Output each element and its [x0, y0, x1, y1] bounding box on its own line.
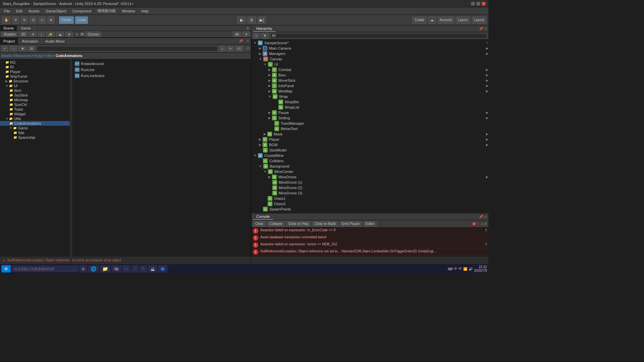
h-item-minedrone1[interactable]: M MineDrone (1) [252, 180, 488, 185]
show-in-explorer-button[interactable]: → [9, 46, 17, 52]
console-errorpause-button[interactable]: Error Pause [339, 221, 362, 227]
h-item-canvas[interactable]: ▼ □ Canvas [252, 56, 488, 62]
h-item-sizemodel[interactable]: S SizeModel [252, 147, 488, 153]
menu-edit[interactable]: Edit [13, 8, 25, 14]
hierarchy-add-button[interactable]: + [253, 33, 260, 39]
add-folder-button[interactable]: + [1, 46, 8, 52]
console-pin[interactable]: 📌 [478, 214, 484, 219]
tool-rotate[interactable]: ↻ [21, 16, 28, 24]
layout-button[interactable]: Layout [472, 16, 486, 24]
project-menu[interactable]: ≡ [245, 39, 251, 44]
file-runlineactive[interactable]: C# RunLineActive [73, 73, 250, 79]
breadcrumb-utils[interactable]: Utils [46, 54, 52, 58]
console-tab-label[interactable]: Console [253, 214, 273, 220]
h-item-belowtext[interactable]: B BelowText [252, 126, 488, 131]
h-item-movestick[interactable]: ▶ M MoveStick ▶ [252, 78, 488, 83]
account-button[interactable]: Account [437, 16, 454, 24]
hierarchy-pin[interactable]: 📌 [478, 26, 484, 31]
h-item-wrap[interactable]: ▼ W Wrap [252, 94, 488, 99]
hierarchy-menu[interactable]: ≡ [484, 26, 487, 31]
gizmos-dropdown[interactable]: Gizmos [85, 31, 101, 37]
tree-item-widget[interactable]: 📁 Widget [0, 112, 72, 116]
console-clearonbuild-button[interactable]: Clear on Build [312, 221, 338, 227]
h-item-spawnpoints[interactable]: S SpawnPoints [252, 206, 488, 212]
menu-help[interactable]: Help [138, 8, 151, 14]
file-runline[interactable]: C# RunLine [73, 67, 250, 73]
tree-item-spaceship[interactable]: 📁 Spaceship [0, 135, 72, 140]
h-item-wraplist[interactable]: W WrapList [252, 105, 488, 110]
tree-item-game[interactable]: ▼ 📁 Game [0, 126, 72, 130]
breadcrumb-resources[interactable]: Resources [15, 54, 31, 58]
h-item-toastmanager[interactable]: T ToastManager [252, 121, 488, 126]
2d-button[interactable]: 2D [19, 31, 28, 37]
tab-project[interactable]: Project [0, 38, 18, 44]
tree-item-joystick[interactable]: 📁 JoyStick [0, 93, 72, 98]
console-menu[interactable]: ≡ [484, 214, 487, 219]
step-button[interactable]: ▶| [257, 16, 266, 24]
taskbar-multiview[interactable]: ⊟ [79, 265, 87, 273]
h-item-pause[interactable]: ▶ P Pause ▶ [252, 110, 488, 115]
h-menu-samplescene[interactable]: ≡ [487, 41, 488, 45]
hierarchy-search-input[interactable] [270, 33, 487, 39]
breadcrumb-assets[interactable]: Assets [1, 54, 11, 58]
taskbar-vs[interactable]: 💻 [148, 265, 157, 273]
pivot-button[interactable]: Center [59, 16, 74, 24]
start-button[interactable]: ⊞ [1, 265, 11, 273]
search-type-button[interactable]: ≡ [227, 46, 234, 52]
h-item-setting[interactable]: ▶ S Setting ▶ [252, 115, 488, 121]
tree-item-toast[interactable]: 📁 Toast [0, 107, 72, 112]
menu-file[interactable]: File [1, 8, 13, 14]
tab-audiomixer[interactable]: Audio Mixer [42, 38, 68, 44]
collab-button[interactable]: Collab [412, 16, 426, 24]
tree-item-structure[interactable]: ▶ 📁 Structure [0, 79, 72, 83]
tool-hand[interactable]: ✋ [2, 16, 11, 24]
h-item-minedrone3[interactable]: M MineDrone (3) [252, 190, 488, 196]
h-item-bars[interactable]: ▶ B Bars ▶ [252, 72, 488, 78]
cloud-button[interactable]: ☁ [428, 16, 436, 24]
console-editor-button[interactable]: Editor [363, 221, 377, 227]
maximize-button[interactable]: □ [476, 2, 480, 6]
h-item-bgm[interactable]: ▶ B BGM ▶ [252, 142, 488, 147]
filter-button[interactable]: ⊟ [28, 46, 35, 52]
h-item-ui[interactable]: ▼ U UI [252, 62, 488, 67]
tree-item-player[interactable]: 📁 Player [0, 69, 72, 74]
tool-scale[interactable]: ⊡ [30, 16, 37, 24]
close-button[interactable]: ✕ [482, 2, 486, 6]
fog-button[interactable]: ≋ [65, 31, 73, 37]
search-filter-button[interactable]: ⌕ [219, 46, 226, 52]
tree-item-codeanimations[interactable]: 📁 CodeAnimations [0, 121, 72, 126]
shading-dropdown[interactable]: Shaded [1, 31, 17, 37]
h-item-samplescene[interactable]: ▼ ⊞ SampleScene* ≡ [252, 40, 488, 46]
pause-button[interactable]: ⏸ [247, 16, 256, 24]
h-item-infopanel[interactable]: ▶ I InfoPanel ▶ [252, 83, 488, 88]
tree-item-ui[interactable]: ▼ 📁 UI [0, 83, 72, 88]
tree-item-sizectrl[interactable]: 📁 SizeCtrl [0, 102, 72, 107]
h-item-crystalmine[interactable]: ▼ ⊞ CrystalMine [252, 153, 488, 158]
breadcrumb-script[interactable]: Script [34, 54, 43, 58]
tree-item-item[interactable]: 📁 Item [0, 88, 72, 93]
hierarchy-tab-label[interactable]: Hierarchy [253, 26, 275, 32]
h-item-glass1[interactable]: G Glass1 [252, 196, 488, 201]
console-clearonplay-button[interactable]: Clear on Play [286, 221, 311, 227]
file-rotatearound[interactable]: C# RotateAround [73, 61, 250, 67]
layers-button[interactable]: Layers [455, 16, 470, 24]
taskbar-store[interactable]: 🛍 [111, 265, 121, 273]
taskbar-excel[interactable]: X [131, 265, 139, 273]
space-button[interactable]: Local [75, 16, 88, 24]
tab-scene[interactable]: Scene [0, 25, 17, 31]
h-item-maincamera[interactable]: ▶ 🎥 Main Camera ▶ [252, 46, 488, 51]
h-item-combat[interactable]: ▶ C Combat ▶ [252, 67, 488, 72]
tool-rect[interactable]: ▭ [38, 16, 46, 24]
console-row-3[interactable]: ! NullReferenceException: Object referen… [252, 249, 488, 256]
taskbar-word[interactable]: W [122, 265, 130, 273]
h-item-minecenter[interactable]: ▼ M MineCenter [252, 169, 488, 174]
h-item-managers[interactable]: ▶ ⚙ Managers ▶ [252, 51, 488, 56]
tool-move[interactable]: ✛ [12, 16, 19, 24]
taskbar-vscode[interactable]: 🔵 [158, 265, 167, 273]
hierarchy-filter-button[interactable]: ▼ [261, 33, 269, 39]
skybox-button[interactable]: ☁ [56, 31, 64, 37]
h-item-background[interactable]: ▼ B Background [252, 164, 488, 169]
h-item-minedrone[interactable]: ▶ M MineDrone ▶ [252, 174, 488, 180]
h-item-wrapbtn[interactable]: W WrapBtn [252, 99, 488, 105]
console-row-0[interactable]: ! Assertion failed on expression: 'm_Err… [252, 228, 488, 235]
